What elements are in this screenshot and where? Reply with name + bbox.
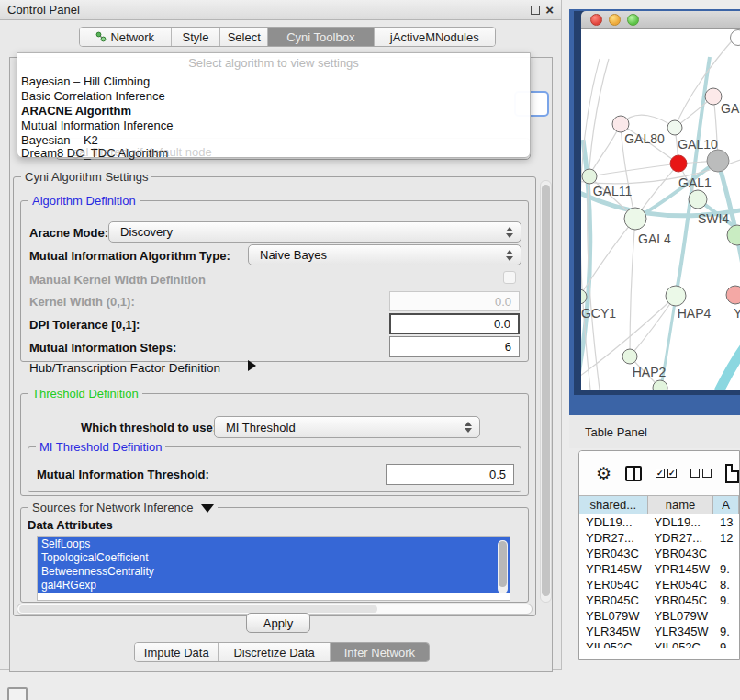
dropdown-item-basic-correlation[interactable]: Basic Correlation Inference xyxy=(21,89,165,103)
mi-threshold-field[interactable]: 0.5 xyxy=(386,464,514,485)
table-row-partial[interactable]: YIL052C YIL052C 9 xyxy=(579,639,739,648)
network-node-salmon[interactable] xyxy=(726,286,740,304)
table-row[interactable]: YDL19... YDL19... 13 xyxy=(579,514,739,530)
select-all-columns-icon[interactable]: ✓ ✓ xyxy=(656,469,677,478)
network-node-top[interactable] xyxy=(731,30,740,46)
control-panel-titlebar[interactable]: Control Panel × xyxy=(0,0,561,20)
tab-impute-data[interactable]: Impute Data xyxy=(135,643,219,661)
mac-zoom-icon[interactable] xyxy=(627,14,639,26)
network-node-gal10[interactable] xyxy=(667,120,682,135)
network-node-gal1[interactable] xyxy=(689,190,707,209)
mi-steps-field[interactable]: 6 xyxy=(389,336,520,357)
which-threshold-value: MI Threshold xyxy=(226,421,296,435)
dropdown-item-aracne[interactable]: ARACNE Algorithm xyxy=(21,104,131,118)
control-panel-title: Control Panel xyxy=(7,3,80,17)
table-row[interactable]: YPR145W YPR145W 9. xyxy=(579,561,739,577)
apply-button-label: Apply xyxy=(263,616,294,630)
data-attributes-list[interactable]: SelfLoops TopologicalCoefficient Between… xyxy=(37,536,510,601)
file-icon[interactable] xyxy=(725,464,739,483)
table-header-row: shared... name A xyxy=(579,495,739,514)
attribute-list-scrollbar[interactable] xyxy=(498,540,508,593)
close-icon[interactable]: × xyxy=(545,6,554,15)
settings-vertical-scrollbar-thumb[interactable] xyxy=(542,185,550,596)
network-graph[interactable]: GAL GAL80 GAL10 GAL1 GAL11 SWI4 GAL4 GCY… xyxy=(581,29,740,390)
network-node-gal4[interactable] xyxy=(624,208,646,230)
dpi-tolerance-field[interactable]: 0.0 xyxy=(389,313,520,334)
dpi-tolerance-value: 0.0 xyxy=(494,317,510,331)
tab-discretize-data[interactable]: Discretize Data xyxy=(219,643,330,661)
network-node-hap4[interactable] xyxy=(666,286,686,306)
tab-cyni-toolbox-label: Cyni Toolbox xyxy=(286,30,354,44)
tab-style-label: Style xyxy=(182,30,208,44)
network-node-gal80[interactable] xyxy=(612,116,629,132)
expand-right-icon[interactable] xyxy=(248,360,256,371)
mac-close-icon[interactable] xyxy=(590,14,602,26)
dropdown-item-bayesian-hill-climbing[interactable]: Bayesian – Hill Climbing xyxy=(21,74,150,88)
float-window-icon[interactable] xyxy=(531,6,540,15)
control-panel-tabbar: Network Style Select Cyni Toolbox jActiv… xyxy=(79,27,496,47)
network-window-titlebar[interactable] xyxy=(581,11,740,29)
tab-style[interactable]: Style xyxy=(172,28,221,46)
tab-network[interactable]: Network xyxy=(80,28,172,46)
mi-threshold-definition-title: MI Threshold Definition xyxy=(36,440,165,454)
tab-impute-data-label: Impute Data xyxy=(144,646,209,660)
network-node-bottom[interactable] xyxy=(653,380,667,390)
attribute-list-scrollbar-thumb[interactable] xyxy=(499,541,507,587)
table-row[interactable]: YER054C YER054C 8. xyxy=(579,577,739,593)
node-label-hap2: HAP2 xyxy=(633,365,667,379)
network-node-red[interactable] xyxy=(670,155,687,172)
dropdown-item-mutual-information[interactable]: Mutual Information Inference xyxy=(21,119,173,132)
which-threshold-combo[interactable]: MI Threshold xyxy=(214,416,480,438)
table-row[interactable]: YBR043C YBR043C xyxy=(579,546,739,561)
minimized-panel-icon[interactable] xyxy=(7,687,28,700)
list-item-betweennesscentrality[interactable]: BetweennessCentrality xyxy=(38,565,510,579)
dropdown-prompt: Select algorithm to view settings xyxy=(17,56,530,70)
list-item-gal4rgexp[interactable]: gal4RGexp xyxy=(38,579,510,593)
unchecked-box-icon xyxy=(702,469,712,478)
table-panel-titlebar[interactable]: Table Panel xyxy=(569,415,740,448)
column-header-name[interactable]: name xyxy=(648,496,714,514)
network-node-gal11[interactable] xyxy=(582,169,597,184)
combo-spinner-icon xyxy=(506,250,513,261)
table-row[interactable]: YBR045C YBR045C 9. xyxy=(579,593,739,608)
network-node-gal[interactable] xyxy=(705,88,722,105)
mac-minimize-icon[interactable] xyxy=(609,14,621,26)
manual-kernel-width-checkbox[interactable] xyxy=(503,271,516,284)
network-node-hap2[interactable] xyxy=(622,349,637,364)
checked-box-icon: ✓ xyxy=(667,469,677,478)
settings-horizontal-scrollbar-thumb[interactable] xyxy=(19,605,377,613)
tab-jactivemnodules[interactable]: jActiveMNodules xyxy=(375,28,495,46)
table-toolbar: ⚙ ✓ ✓ xyxy=(579,451,739,495)
apply-button[interactable]: Apply xyxy=(246,613,310,633)
tab-infer-network[interactable]: Infer Network xyxy=(331,643,429,661)
tab-select[interactable]: Select xyxy=(220,28,268,46)
table-row[interactable]: YLR345W YLR345W 9. xyxy=(579,624,739,639)
settings-vertical-scrollbar[interactable] xyxy=(540,180,552,603)
column-layout-icon[interactable] xyxy=(625,466,642,481)
table-row[interactable]: YBL079W YBL079W xyxy=(579,608,739,624)
column-header-partial[interactable]: A xyxy=(713,496,739,514)
network-node-gray[interactable] xyxy=(707,150,729,172)
tab-cyni-toolbox[interactable]: Cyni Toolbox xyxy=(268,28,374,46)
aracne-mode-combo[interactable]: Discovery xyxy=(108,221,521,243)
mi-algorithm-type-combo[interactable]: Naive Bayes xyxy=(248,244,521,265)
network-node-swi4[interactable] xyxy=(727,225,740,245)
table-panel-title: Table Panel xyxy=(585,425,647,439)
column-header-shared-name[interactable]: shared... xyxy=(579,496,648,514)
node-label-gal10: GAL10 xyxy=(678,137,718,152)
collapse-down-icon[interactable] xyxy=(201,504,214,513)
gear-icon[interactable]: ⚙ xyxy=(596,464,611,482)
data-attributes-label: Data Attributes xyxy=(28,518,113,532)
list-item-topologicalcoefficient[interactable]: TopologicalCoefficient xyxy=(38,551,510,565)
deselect-all-columns-icon[interactable] xyxy=(690,469,712,478)
node-label-gal80: GAL80 xyxy=(624,131,665,146)
sources-group-title: Sources for Network Inference xyxy=(28,501,218,514)
table-row[interactable]: YDR27... YDR27... 12 xyxy=(579,530,739,546)
which-threshold-label: Which threshold to use: xyxy=(81,421,217,435)
list-item-selfloops[interactable]: SelfLoops xyxy=(38,537,510,551)
network-nodes[interactable] xyxy=(581,30,740,390)
kernel-width-field[interactable]: 0.0 xyxy=(389,291,520,311)
aracne-mode-label: Aracne Mode: xyxy=(29,226,108,240)
checked-box-icon: ✓ xyxy=(656,469,665,478)
network-canvas[interactable]: GAL GAL80 GAL10 GAL1 GAL11 SWI4 GAL4 GCY… xyxy=(581,29,740,390)
